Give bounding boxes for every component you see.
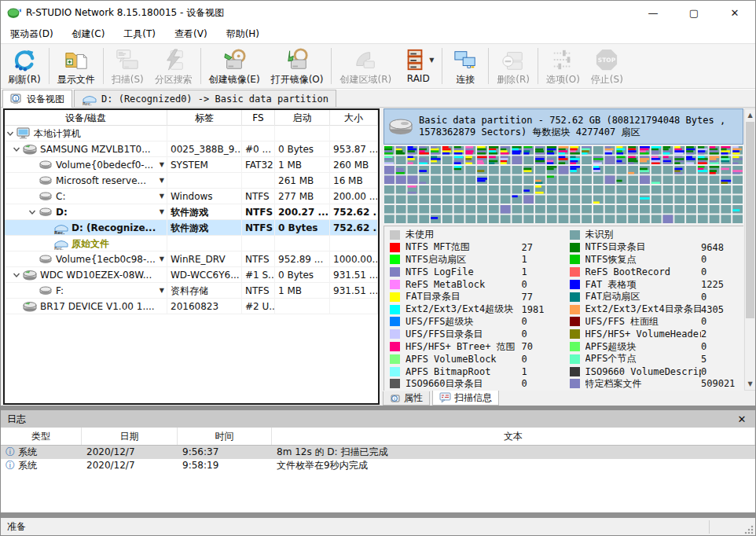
partition-icon xyxy=(38,284,53,298)
legend-count: 5 xyxy=(701,354,742,365)
volume-label xyxy=(167,173,242,189)
device-name: 本地计算机 xyxy=(34,126,81,141)
log-column-header-4[interactable]: 文本 xyxy=(272,428,755,445)
raid-dropdown-icon[interactable]: ▼ xyxy=(429,57,434,64)
device-name-cell[interactable]: Rec.原始文件 xyxy=(5,236,167,251)
options-button: 选项(O) xyxy=(541,46,585,86)
row-dropdown-icon[interactable]: ▼ xyxy=(160,283,164,299)
column-header-3[interactable]: FS xyxy=(242,110,275,126)
log-row[interactable]: ⓘ系统2020/12/79:58:19文件枚举在9秒内完成 xyxy=(1,459,755,472)
table-row[interactable]: 本地计算机 xyxy=(5,126,378,141)
table-row[interactable]: Rec.原始文件 xyxy=(5,236,378,251)
table-row[interactable]: Rec.D: (Recognize...软件游戏NTFS0 Bytes752.6… xyxy=(5,220,378,236)
legend-item: NTFS MFT范围27 xyxy=(390,241,563,254)
r-studio-window: R-STUDIO Network 8.15.180015 - 设备视图 — ▢ … xyxy=(0,0,756,536)
column-header-4[interactable]: 启动 xyxy=(275,110,330,126)
scroll-up-icon[interactable]: ▲ xyxy=(745,109,755,121)
device-name-cell[interactable]: SAMSUNG MZVLB1T0... xyxy=(5,141,167,157)
table-row[interactable]: Volume{0bedecf0-...▼SYSTEMFAT321 MB260 M… xyxy=(5,157,378,173)
maximize-button[interactable]: ▢ xyxy=(673,1,714,24)
raid-button[interactable]: ▼RAID xyxy=(397,46,439,86)
menu-item-3[interactable]: 工具(T) xyxy=(114,25,165,43)
rec-drive-icon: Rec. xyxy=(82,93,97,105)
table-row[interactable]: F:▼资料存储NTFS1 MB931.51 ... xyxy=(5,283,378,299)
device-name-cell[interactable]: 本地计算机 xyxy=(5,126,167,141)
log-table-header: 类型日期时间文本 xyxy=(1,428,755,446)
open-image-button[interactable]: 打开镜像(O) xyxy=(266,46,329,86)
tab-device-view[interactable]: i设备视图 xyxy=(2,90,72,108)
start-value: 0 Bytes xyxy=(275,267,330,283)
menu-item-4[interactable]: 查看(V) xyxy=(165,25,217,43)
legend-label: NTFS目录条目 xyxy=(585,240,702,254)
column-header-1[interactable]: 设备/磁盘 xyxy=(5,110,167,126)
row-dropdown-icon[interactable]: ▼ xyxy=(160,173,164,189)
device-name-cell[interactable]: Volume{0bedecf0-...▼ xyxy=(5,157,167,173)
create-image-button[interactable]: 创建镜像(E) xyxy=(204,46,266,86)
status-bar: 准备 xyxy=(1,518,755,536)
device-name-cell[interactable]: F:▼ xyxy=(5,283,167,299)
device-name-cell[interactable]: Volume{1ecb0c98-...▼ xyxy=(5,251,167,267)
minimize-button[interactable]: — xyxy=(633,1,673,24)
column-header-5[interactable]: 大小 xyxy=(330,110,378,126)
device-name-cell[interactable]: Rec.D: (Recognize... xyxy=(5,220,167,236)
volume-label: Windows xyxy=(167,189,242,204)
tab-scan-information[interactable]: 扫描信息 xyxy=(432,391,499,406)
device-name-cell[interactable]: C:▼ xyxy=(5,189,167,204)
stop-icon: STOP xyxy=(594,47,619,72)
show-files-button[interactable]: 显示文件 xyxy=(52,46,101,86)
row-dropdown-icon[interactable]: ▼ xyxy=(160,204,164,220)
log-column-header-3[interactable]: 时间 xyxy=(178,428,272,445)
connect-button[interactable]: 连接 xyxy=(445,46,486,86)
table-row[interactable]: Volume{1ecb0c98-...▼WinRE_DRVNTFS952.89 … xyxy=(5,251,378,267)
log-row[interactable]: ⓘ系统2020/12/79:56:378m 12s 的 D: 扫描已完成 xyxy=(1,446,755,459)
legend-count: 0 xyxy=(522,316,563,327)
log-column-header-2[interactable]: 日期 xyxy=(82,428,178,445)
hard-disk-icon xyxy=(22,299,38,314)
scrollbar-thumb[interactable] xyxy=(746,122,754,318)
column-header-2[interactable]: 标签 xyxy=(167,110,242,126)
expand-chevron-icon[interactable] xyxy=(27,207,38,218)
device-name: BR17 DEVICE V1.00 1.... xyxy=(40,299,155,314)
legend-count: 1 xyxy=(522,254,563,265)
table-row[interactable]: SAMSUNG MZVLB1T0...0025_388B_9...#0 ...0… xyxy=(5,141,378,157)
device-name-cell[interactable]: Microsoft reserve...▼ xyxy=(5,173,167,189)
row-dropdown-icon[interactable]: ▼ xyxy=(160,189,164,204)
resize-grip[interactable] xyxy=(744,525,754,534)
table-row[interactable]: Microsoft reserve...▼261 MB16 MB xyxy=(5,173,378,189)
legend-item: NTFS启动扇区1 xyxy=(390,254,563,266)
partition-icon xyxy=(38,174,53,188)
log-column-header-1[interactable]: 类型 xyxy=(1,428,82,445)
menu-item-1[interactable]: 驱动器(D) xyxy=(1,25,63,43)
menu-item-2[interactable]: 创建(C) xyxy=(63,25,115,43)
legend-swatch xyxy=(570,255,580,264)
scroll-down-icon[interactable]: ▼ xyxy=(745,378,755,390)
table-row[interactable]: WDC WD10EZEX-08W...WD-WCC6Y6...#1 S...0 … xyxy=(5,267,378,283)
log-title: 日志 xyxy=(7,413,26,426)
tab-recognized-partition[interactable]: Rec.D: (Recognized0) -> Basic data parti… xyxy=(74,90,336,107)
menu-item-5[interactable]: 帮助(H) xyxy=(217,25,269,43)
row-dropdown-icon[interactable]: ▼ xyxy=(160,157,164,173)
table-row[interactable]: C:▼WindowsNTFS277 MB200.00 ... xyxy=(5,189,378,204)
expand-chevron-icon[interactable] xyxy=(11,144,22,155)
scan-block-map[interactable] xyxy=(384,145,743,224)
device-name-cell[interactable]: D:▼ xyxy=(5,204,167,220)
device-name-cell[interactable]: WDC WD10EZEX-08W... xyxy=(5,267,167,283)
right-panel-scrollbar[interactable]: ▲ ▼ xyxy=(744,108,756,391)
expand-chevron-icon[interactable] xyxy=(5,128,16,139)
refresh-button[interactable]: 刷新(R) xyxy=(2,46,46,86)
table-row[interactable]: BR17 DEVICE V1.00 1....20160823#2 U... xyxy=(5,299,378,314)
log-date: 2020/12/7 xyxy=(82,446,178,459)
table-row[interactable]: D:▼软件游戏NTFS200.27 ...752.62 ... xyxy=(5,204,378,220)
legend-label: NTFS LogFile xyxy=(406,266,522,277)
expand-chevron-icon[interactable] xyxy=(11,270,22,281)
device-name: 原始文件 xyxy=(72,236,109,251)
legend-swatch xyxy=(390,329,400,339)
device-name-cell[interactable]: BR17 DEVICE V1.00 1.... xyxy=(5,299,167,314)
hard-disk-icon xyxy=(22,268,38,282)
log-close-icon[interactable]: ✕ xyxy=(735,413,749,425)
tab-properties[interactable]: i属性 xyxy=(383,391,430,406)
close-button[interactable]: ✕ xyxy=(714,1,755,24)
open-image-label: 打开镜像(O) xyxy=(271,73,324,86)
row-dropdown-icon[interactable]: ▼ xyxy=(160,251,164,267)
legend-item: UFS/FFS目录条目0 xyxy=(390,328,563,340)
